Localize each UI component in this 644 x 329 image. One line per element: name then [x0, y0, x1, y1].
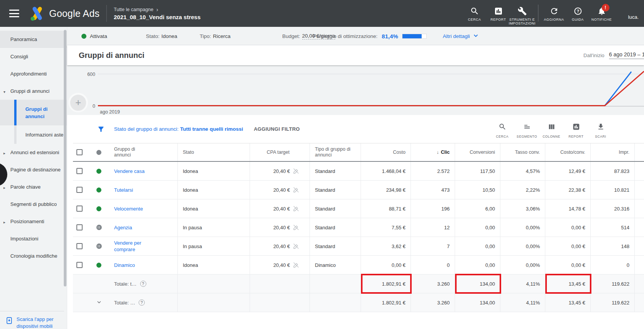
cpa-value[interactable]: 20,40 € — [273, 225, 290, 230]
column-label[interactable]: CPA target — [267, 150, 290, 155]
topbar-nav-refresh[interactable]: AGGIORNA — [542, 2, 566, 22]
chevron-down-icon[interactable] — [96, 299, 102, 306]
breadcrumb-all-campaigns[interactable]: Tutte le campagne — [114, 7, 153, 12]
more-details-button[interactable]: Altri dettagli — [443, 27, 479, 45]
sidebar-item-impostazioni[interactable]: Impostazioni — [0, 230, 67, 247]
ad-group-link[interactable]: Vendere casa — [114, 168, 145, 174]
row-checkbox[interactable] — [76, 262, 83, 268]
row-cpa-cell: 20,40 € — [250, 199, 310, 218]
metric-value: 4,57% — [526, 168, 540, 174]
row-costo_conv-cell: 0,00 € — [545, 237, 590, 255]
metric-value: 0,00% — [526, 225, 540, 230]
tipo-value: Dinamico — [315, 262, 336, 268]
column-label[interactable]: Tipo di gruppo di annunci — [315, 146, 361, 158]
column-label[interactable]: Gruppo di annunci — [106, 146, 141, 158]
menu-icon[interactable] — [9, 10, 19, 17]
topbar-nav-search[interactable]: CERCA — [463, 2, 487, 22]
ad-group-link[interactable]: Agenzia — [114, 224, 132, 231]
row-status-dot-cell — [92, 162, 106, 180]
cpa-value[interactable]: 20,40 € — [273, 262, 290, 268]
totals-impr-cell: 119.622 — [590, 275, 634, 293]
toolbar-search-button[interactable]: CERCA — [493, 123, 512, 138]
row-checkbox[interactable] — [76, 243, 83, 249]
metric-value: 0,00 — [485, 243, 495, 249]
topbar-nav-help[interactable]: ?GUIDA — [566, 2, 590, 22]
sidebar-item-annunci-ed-estensioni[interactable]: ▸Annunci ed estensioni — [0, 144, 67, 161]
sidebar-item-approfondimenti[interactable]: Approfondimenti — [0, 65, 67, 82]
toolbar-download-button[interactable]: SCARI — [591, 123, 610, 138]
totals-row: Totale: …1.802,91 €3.260134,004,11%13,45… — [73, 293, 644, 312]
row-conversioni-cell: 6,00 — [455, 199, 500, 218]
status-field-value: Ricerca — [213, 33, 231, 39]
add-button[interactable] — [70, 95, 86, 110]
date-range-picker[interactable]: Dall'inizio 6 ago 2019 – 12 — [583, 45, 644, 65]
row-filler-cell — [634, 256, 644, 274]
toolbar-columns-button[interactable]: COLONNE — [542, 123, 561, 138]
toolbar-report-box-button[interactable]: REPORT — [566, 123, 586, 138]
header-tasso-conv: Tasso conv. — [500, 143, 545, 161]
select-all-checkbox[interactable] — [76, 149, 83, 155]
row-clic-cell: 0 — [411, 256, 455, 274]
row-checkbox[interactable] — [76, 206, 83, 212]
sidebar-item-parole-chiave[interactable]: ▸Parole chiave — [0, 178, 67, 196]
topbar-nav-tools[interactable]: STRUMENTI E IMPOSTAZIONI — [510, 2, 534, 26]
brand-title: Google Ads — [49, 8, 99, 19]
metric-value: 0 — [447, 262, 450, 268]
cpa-value[interactable]: 20,40 € — [273, 187, 290, 193]
row-stato-cell: Idonea — [177, 256, 250, 274]
sidebar-item-consigli[interactable]: Consigli — [0, 48, 67, 65]
topbar-nav-notifications[interactable]: !NOTIFICHE — [590, 2, 614, 22]
toolbar-segment-button[interactable]: SEGMENTO — [517, 123, 536, 138]
row-checkbox[interactable] — [76, 187, 83, 193]
enabled-dot-icon — [96, 169, 101, 174]
sidebar-item-informazioni-aste[interactable]: Informazioni aste — [0, 125, 67, 144]
cpa-value[interactable]: 20,40 € — [273, 206, 290, 212]
column-label[interactable]: Costo/conv. — [560, 150, 585, 155]
filter-bar: Stato del gruppo di annunci: Tutti trann… — [67, 115, 644, 143]
row-checkbox[interactable] — [76, 168, 83, 174]
account-name[interactable]: luca. — [628, 14, 639, 20]
sidebar-item-posizionamenti[interactable]: ▸Posizionamenti — [0, 213, 67, 230]
sidebar-item-pagine-di-destinazione[interactable]: ▸Pagine di destinazione — [0, 161, 67, 178]
ad-group-link[interactable]: Dinamico — [114, 262, 135, 268]
performance-chart[interactable]: 600 0 ago 2019 — [67, 65, 644, 115]
ad-group-link[interactable]: Tutelarsi — [114, 187, 133, 193]
row-impr-cell: 514 — [590, 218, 634, 237]
row-tipo-cell: Standard — [310, 162, 361, 180]
toolbar-label: COLONNE — [543, 135, 560, 138]
column-label[interactable]: Conversioni — [470, 150, 495, 155]
active-filter-chip[interactable]: Stato del gruppo di annunci: Tutti trann… — [114, 126, 243, 132]
stato-value: In pausa — [183, 225, 202, 230]
sidebar-app-link[interactable]: Scarica l'app per dispositivi mobili — [0, 311, 64, 329]
help-icon[interactable] — [140, 281, 146, 287]
ad-group-link[interactable]: Velocemente — [114, 206, 143, 212]
breadcrumb: Tutte le campagne › 2021_08_10_Vendi sen… — [114, 7, 200, 20]
add-filter-button[interactable]: AGGIUNGI FILTRO — [254, 126, 300, 132]
column-label[interactable]: Costo — [393, 150, 406, 155]
column-label[interactable]: Stato — [183, 150, 194, 155]
sidebar-item-gruppi-di-annunci[interactable]: ▾Gruppi di annunci — [0, 82, 67, 100]
topbar-nav-label: NOTIFICHE — [591, 18, 612, 22]
row-checkbox[interactable] — [76, 224, 83, 230]
totals-empty-cell — [73, 275, 92, 293]
metric-value: 14,78 € — [569, 206, 585, 212]
sidebar-item-segmenti-di-pubblico[interactable]: Segmenti di pubblico — [0, 196, 67, 213]
column-label[interactable]: Impr. — [619, 150, 629, 155]
help-icon[interactable] — [139, 299, 145, 306]
column-label[interactable]: Clic — [441, 150, 450, 155]
ad-group-link[interactable]: Vendere per comprare — [114, 240, 160, 253]
sidebar-item-gruppi-di-annunci[interactable]: Gruppi di annunci — [0, 100, 67, 125]
topbar-nav-report[interactable]: REPORT — [487, 2, 510, 22]
sidebar-scrollbar[interactable] — [64, 30, 66, 286]
header-conversioni: Conversioni — [455, 143, 500, 161]
cpa-value[interactable]: 20,40 € — [273, 168, 290, 174]
column-label[interactable]: Tasso conv. — [515, 150, 540, 155]
chart-line-blue — [605, 72, 631, 106]
row-filler-cell — [634, 181, 644, 199]
sidebar-item-cronologia-modifiche[interactable]: Cronologia modifiche — [0, 247, 67, 265]
campaign-name[interactable]: 2021_08_10_Vendi senza stress — [114, 14, 200, 20]
cpa-value[interactable]: 20,40 € — [273, 243, 290, 249]
status-field-value: Idonea — [161, 33, 177, 39]
metric-value: 0,00% — [526, 243, 540, 249]
sidebar-item-panoramica[interactable]: Panoramica — [0, 31, 67, 48]
